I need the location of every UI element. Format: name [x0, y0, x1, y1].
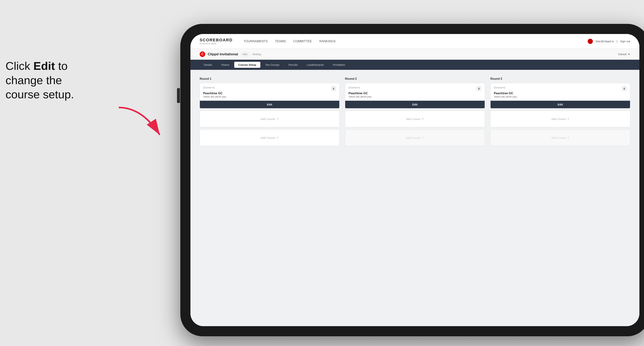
cancel-button[interactable]: Cancel ✕	[618, 53, 630, 56]
course-card-header-2: (Course A) 🗑	[348, 86, 481, 91]
brand-title: SCOREBOARD	[200, 38, 232, 42]
add-course-label-5: Add Course +	[551, 117, 569, 121]
round-2-label: Round 2	[345, 77, 485, 80]
add-course-label-4: Add Course +	[406, 136, 424, 140]
annotation-text: Click Edit tochange thecourse setup.	[6, 59, 74, 102]
user-avatar	[588, 39, 593, 44]
round-3-add-course-1[interactable]: Add Course +	[490, 111, 630, 127]
round-2-add-course-1[interactable]: Add Course +	[345, 111, 485, 127]
top-nav: SCOREBOARD Powered by clippd TOURNAMENTS…	[190, 34, 640, 49]
brand-subtitle: Powered by clippd	[200, 42, 232, 45]
plus-icon-6: +	[567, 136, 569, 140]
hosting-tag: Hosting	[252, 53, 261, 56]
plus-icon: +	[276, 117, 278, 121]
plus-icon-2: +	[276, 136, 278, 140]
add-course-label-3: Add Course +	[406, 117, 424, 121]
tablet-side-button	[177, 88, 180, 103]
round-3-column: Round 3 (Course A) 🗑 Peachtree GC Yellow…	[490, 77, 630, 148]
tab-teams[interactable]: Teams	[217, 62, 233, 68]
main-content: Round 1 (Course A) 🗑 Peachtree GC Yellow…	[190, 70, 640, 326]
course-delete-button-3[interactable]: 🗑	[622, 86, 627, 91]
add-course-label-2: Add Course +	[260, 136, 278, 140]
add-course-label-6: Add Course +	[551, 136, 569, 140]
tab-details[interactable]: Details	[200, 62, 216, 68]
round-1-column: Round 1 (Course A) 🗑 Peachtree GC Yellow…	[200, 77, 340, 148]
round-1-add-course-2[interactable]: Add Course +	[200, 129, 340, 146]
brand: SCOREBOARD Powered by clippd	[200, 38, 232, 44]
tab-printables[interactable]: Printables	[329, 62, 349, 68]
course-card-header: (Course A) 🗑	[203, 86, 336, 91]
plus-icon-5: +	[567, 117, 569, 121]
course-name-3: Peachtree GC	[494, 92, 627, 95]
nav-committee[interactable]: COMMITTEE	[293, 39, 312, 43]
course-card-header-3: (Course A) 🗑	[494, 86, 627, 91]
sub-header-left: C Clippd Invitational Men Hosting	[200, 51, 261, 57]
round-2-edit-button[interactable]: Edit	[345, 101, 485, 108]
course-name: Peachtree GC	[203, 92, 336, 95]
course-label: (Course A)	[203, 86, 214, 89]
nav-teams[interactable]: TEAMS	[275, 39, 286, 43]
tournament-name: Clippd Invitational	[208, 52, 238, 56]
tabs-bar: Details Teams Course Setup Tee Groups Re…	[190, 60, 640, 70]
tab-course-setup[interactable]: Course Setup	[234, 62, 260, 68]
tab-leaderboards[interactable]: Leaderboards	[303, 62, 328, 68]
tablet-shell: SCOREBOARD Powered by clippd TOURNAMENTS…	[180, 24, 644, 336]
tournament-icon: C	[200, 51, 205, 57]
course-label-2: (Course A)	[348, 86, 360, 89]
round-1-edit-button[interactable]: Edit	[200, 101, 339, 108]
trash-icon-3: 🗑	[623, 87, 626, 90]
nav-user-area: blair@clippd.io | Sign out	[588, 39, 630, 44]
round-2-course-card: (Course A) 🗑 Peachtree GC Yellow (M) (66…	[345, 83, 485, 108]
round-3-label: Round 3	[490, 77, 630, 80]
course-label-3: (Course A)	[494, 86, 505, 89]
sign-out-link[interactable]: Sign out	[620, 40, 630, 43]
course-detail-3: Yellow (M) (6629 yds)	[494, 95, 627, 98]
plus-icon-4: +	[422, 136, 424, 140]
nav-links: TOURNAMENTS TEAMS COMMITTEE RANKINGS	[244, 39, 577, 43]
trash-icon-2: 🗑	[478, 87, 480, 90]
user-email: blair@clippd.io	[596, 40, 614, 43]
nav-tournaments[interactable]: TOURNAMENTS	[244, 39, 268, 43]
round-2-column: Round 2 (Course A) 🗑 Peachtree GC Yellow…	[345, 77, 485, 148]
add-course-label: Add Course +	[260, 117, 278, 121]
gender-badge: Men	[241, 52, 250, 56]
course-name-2: Peachtree GC	[348, 92, 481, 95]
tablet-screen: SCOREBOARD Powered by clippd TOURNAMENTS…	[190, 34, 640, 326]
cancel-icon: ✕	[628, 53, 630, 56]
course-detail-2: Yellow (M) (6629 yds)	[348, 95, 481, 98]
course-delete-button[interactable]: 🗑	[331, 86, 336, 91]
round-1-course-card: (Course A) 🗑 Peachtree GC Yellow (M) (66…	[200, 83, 340, 108]
round-3-course-card: (Course A) 🗑 Peachtree GC Yellow (M) (66…	[490, 83, 630, 108]
course-delete-button-2[interactable]: 🗑	[476, 86, 481, 91]
annotation-arrow	[103, 103, 166, 143]
rounds-grid: Round 1 (Course A) 🗑 Peachtree GC Yellow…	[200, 77, 630, 148]
round-1-label: Round 1	[200, 77, 340, 80]
tab-tee-groups[interactable]: Tee Groups	[261, 62, 284, 68]
nav-divider: |	[616, 40, 617, 43]
course-detail: Yellow (M) (6629 yds)	[203, 95, 336, 98]
plus-icon-3: +	[422, 117, 424, 121]
round-2-add-course-2: Add Course +	[345, 129, 485, 146]
sub-header: C Clippd Invitational Men Hosting Cancel…	[190, 49, 640, 60]
round-3-edit-button[interactable]: Edit	[490, 101, 630, 108]
tab-results[interactable]: Results	[284, 62, 302, 68]
annotation-bold: Edit	[34, 59, 55, 72]
nav-rankings[interactable]: RANKINGS	[319, 39, 336, 43]
round-3-add-course-2: Add Course +	[490, 129, 630, 146]
trash-icon: 🗑	[332, 87, 335, 90]
round-1-add-course-1[interactable]: Add Course +	[200, 111, 340, 127]
